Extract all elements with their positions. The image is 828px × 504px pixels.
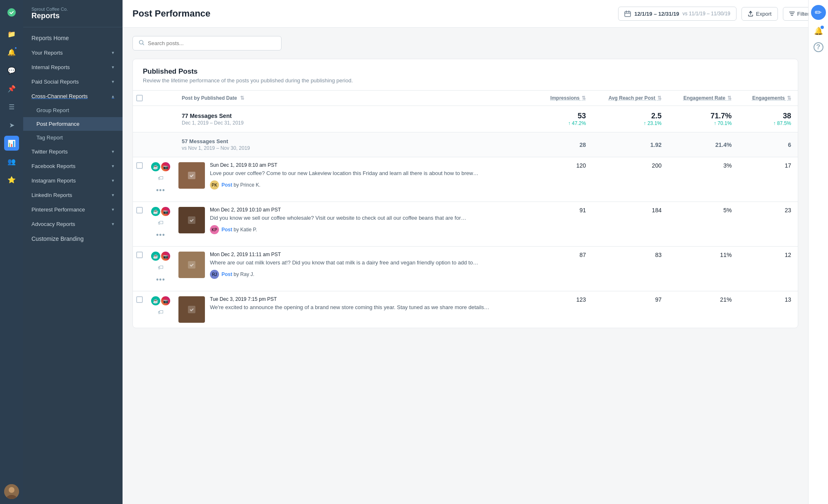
post-3-author: RJ Post by Ray J. bbox=[210, 270, 534, 279]
user-avatar[interactable] bbox=[4, 484, 19, 499]
search-input[interactable] bbox=[148, 40, 275, 46]
current-period-dates: Dec 1, 2019 – Dec 31, 2019 bbox=[182, 120, 530, 126]
sidebar-item-tag-report[interactable]: Tag Report bbox=[23, 131, 123, 144]
impressions-header[interactable]: Impressions ⇅ bbox=[537, 91, 592, 106]
post-3-checkbox[interactable] bbox=[136, 252, 143, 258]
sidebar-item-post-performance[interactable]: Post Performance bbox=[23, 117, 123, 131]
post-1-avatar: PK bbox=[210, 180, 219, 190]
sidebar-item-twitter-reports[interactable]: Twitter Reports ▾ bbox=[23, 144, 123, 159]
prev-period-label: 57 Messages Sent bbox=[182, 138, 530, 144]
tag-icon[interactable]: 🏷 bbox=[156, 173, 165, 183]
chevron-down-icon: ▾ bbox=[112, 192, 114, 198]
chevron-down-icon: ▾ bbox=[112, 79, 114, 84]
post-4-body: We're excited to announce the opening of… bbox=[210, 304, 534, 311]
more-options-icon[interactable]: ••• bbox=[154, 185, 167, 197]
sidebar-item-paid-social-reports[interactable]: Paid Social Reports ▾ bbox=[23, 74, 123, 89]
search-icon bbox=[139, 40, 144, 47]
posts-table: Post by Published Date ⇅ Impressions ⇅ A… bbox=[133, 91, 798, 328]
post-date-header[interactable]: Post by Published Date ⇅ bbox=[175, 91, 537, 106]
sort-icon: ⇅ bbox=[582, 95, 586, 101]
post-3-date: Mon Dec 2, 2019 11:11 am PST bbox=[210, 252, 534, 257]
help-icon[interactable]: ? bbox=[814, 42, 823, 52]
post-1-author: PK Post by Prince K. bbox=[210, 180, 534, 190]
tag-icon[interactable]: 🏷 bbox=[156, 262, 165, 272]
post-3-avg-reach: 83 bbox=[592, 247, 668, 291]
sidebar-item-cross-channel-reports[interactable]: Cross-Channel Reports ▴ bbox=[23, 89, 123, 103]
tag-icon[interactable]: 🏷 bbox=[156, 307, 165, 317]
sidebar-item-advocacy-reports[interactable]: Advocacy Reports ▾ bbox=[23, 217, 123, 231]
post-2-avg-reach: 184 bbox=[592, 202, 668, 247]
sidebar-nav: Reports Home Your Reports ▾ Internal Rep… bbox=[23, 27, 123, 504]
post-2-engagements: 23 bbox=[738, 202, 798, 247]
chart-icon[interactable]: 📊 bbox=[4, 136, 19, 151]
coffee-profile-icon: ☕ bbox=[151, 296, 160, 305]
send-icon[interactable]: ➤ bbox=[4, 118, 19, 132]
post-3-thumbnail bbox=[178, 252, 205, 278]
post-3-avatar: RJ bbox=[210, 270, 219, 279]
post-2-body: Did you know we sell our coffee wholesal… bbox=[210, 214, 534, 222]
coffee-profile-icon: ☕ bbox=[151, 252, 160, 261]
date-range-main: 12/1/19 – 12/31/19 bbox=[634, 11, 679, 17]
chevron-down-icon: ▾ bbox=[112, 221, 114, 227]
current-avg-reach-trend: ↑ 23.1% bbox=[599, 120, 662, 126]
folder-icon[interactable]: 📁 bbox=[4, 26, 19, 41]
star-icon[interactable]: ⭐ bbox=[4, 172, 19, 187]
table-row: ☕ 📷 🏷 ••• bbox=[133, 202, 798, 247]
sidebar-item-reports-home[interactable]: Reports Home bbox=[23, 31, 123, 46]
sidebar-item-linkedin-reports[interactable]: LinkedIn Reports ▾ bbox=[23, 188, 123, 202]
create-button[interactable]: ✏ bbox=[811, 5, 826, 20]
alert-icon[interactable]: 🔔 bbox=[4, 45, 19, 60]
date-range-button[interactable]: 12/1/19 – 12/31/19 vs 11/1/19 – 11/30/19 bbox=[618, 7, 737, 21]
sort-icon: ⇅ bbox=[787, 95, 791, 101]
sidebar-item-pinterest-performance[interactable]: Pinterest Performance ▾ bbox=[23, 202, 123, 217]
post-2-author-text: Post by Katie P. bbox=[221, 227, 257, 233]
post-1-thumbnail bbox=[178, 162, 205, 189]
chevron-down-icon: ▾ bbox=[112, 50, 114, 55]
published-posts-card: Published Posts Review the lifetime perf… bbox=[132, 59, 798, 328]
search-bar[interactable] bbox=[132, 36, 282, 50]
sidebar-item-instagram-reports[interactable]: Instagram Reports ▾ bbox=[23, 173, 123, 188]
message-icon[interactable]: 💬 bbox=[4, 63, 19, 78]
date-range-vs: vs 11/1/19 – 11/30/19 bbox=[683, 11, 730, 17]
engagement-rate-header: Engagement Rate ⇅ bbox=[668, 91, 738, 106]
sidebar-item-group-report[interactable]: Group Report bbox=[23, 103, 123, 117]
instagram-profile-icon: 📷 bbox=[161, 207, 170, 216]
sidebar-item-customize-branding[interactable]: Customize Branding bbox=[23, 231, 123, 246]
app-title: Reports bbox=[31, 12, 114, 20]
post-3-impressions: 87 bbox=[537, 247, 592, 291]
post-2-impressions: 91 bbox=[537, 202, 592, 247]
post-4-checkbox[interactable] bbox=[136, 296, 143, 303]
calendar-icon bbox=[624, 10, 631, 17]
sidebar-item-internal-reports[interactable]: Internal Reports ▾ bbox=[23, 60, 123, 74]
post-1-impressions: 120 bbox=[537, 157, 592, 202]
export-button[interactable]: Export bbox=[741, 7, 778, 21]
post-4-avg-reach: 97 bbox=[592, 291, 668, 328]
post-4-engagement-rate: 21% bbox=[668, 291, 738, 328]
coffee-profile-icon: ☕ bbox=[151, 162, 160, 171]
menu-icon[interactable]: ☰ bbox=[4, 99, 19, 114]
more-options-icon[interactable]: ••• bbox=[154, 229, 167, 241]
company-name: Sprout Coffee Co. bbox=[31, 7, 114, 12]
users-icon[interactable]: 👥 bbox=[4, 154, 19, 169]
logo-icon[interactable] bbox=[4, 5, 19, 20]
section-subtitle: Review the lifetime performance of the p… bbox=[143, 77, 788, 84]
prev-engagement-rate: 21.4% bbox=[675, 142, 732, 148]
select-all-checkbox[interactable] bbox=[136, 95, 143, 101]
tag-icon[interactable]: 🏷 bbox=[156, 218, 165, 228]
post-4-date: Tue Dec 3, 2019 7:15 pm PST bbox=[210, 296, 534, 302]
page-header: Post Performance 12/1/19 – 12/31/19 vs 1… bbox=[123, 0, 828, 28]
pin-icon[interactable]: 📌 bbox=[4, 81, 19, 96]
current-engagements: 38 bbox=[745, 112, 791, 120]
sidebar-header: Sprout Coffee Co. Reports bbox=[23, 0, 123, 27]
table-row: ☕ 📷 🏷 bbox=[133, 291, 798, 328]
coffee-profile-icon: ☕ bbox=[151, 207, 160, 216]
notification-icon[interactable]: 🔔 bbox=[814, 26, 823, 36]
svg-point-1 bbox=[9, 487, 14, 493]
post-4-engagements: 13 bbox=[738, 291, 798, 328]
sidebar-item-facebook-reports[interactable]: Facebook Reports ▾ bbox=[23, 159, 123, 173]
post-2-checkbox[interactable] bbox=[136, 207, 143, 214]
profile-header bbox=[146, 91, 175, 106]
more-options-icon[interactable]: ••• bbox=[154, 274, 167, 286]
sidebar-item-your-reports[interactable]: Your Reports ▾ bbox=[23, 46, 123, 60]
post-1-checkbox[interactable] bbox=[136, 162, 143, 169]
